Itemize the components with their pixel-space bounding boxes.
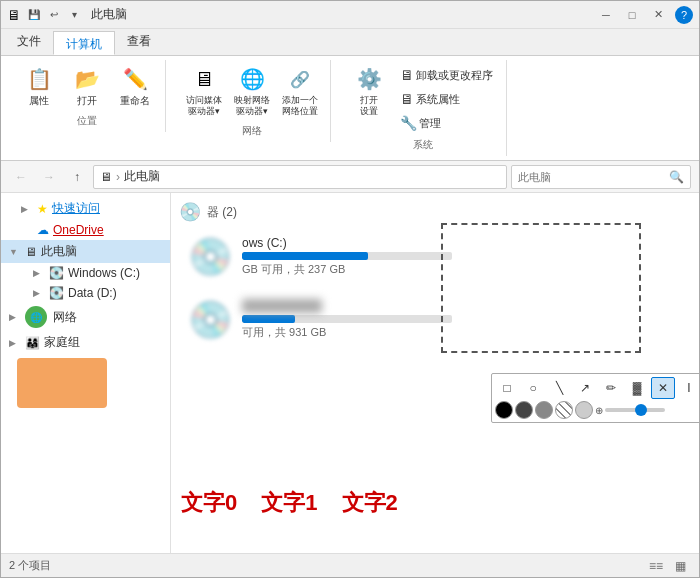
window-controls: ─ □ ✕ bbox=[593, 3, 671, 27]
address-bar[interactable]: 🖥 › 此电脑 bbox=[93, 165, 507, 189]
close-button[interactable]: ✕ bbox=[645, 3, 671, 27]
homegroup-placeholder bbox=[17, 358, 107, 408]
address-pc-icon: 🖥 bbox=[100, 170, 112, 184]
add-network-icon: 🔗 bbox=[284, 63, 316, 95]
datad-icon: 💽 bbox=[49, 286, 64, 300]
search-icon: 🔍 bbox=[669, 170, 684, 184]
drive-d-item[interactable]: 💿 可用，共 931 GB bbox=[179, 292, 459, 347]
manage-button[interactable]: 🔧 管理 bbox=[395, 112, 498, 134]
open-label: 打开 bbox=[77, 95, 97, 107]
back-button[interactable]: ← bbox=[9, 165, 33, 189]
color-black[interactable] bbox=[495, 401, 513, 419]
color-hatch[interactable] bbox=[555, 401, 573, 419]
view-details-button[interactable]: ≡≡ bbox=[645, 557, 667, 575]
map-drive-button[interactable]: 🌐 映射网络驱动器▾ bbox=[230, 60, 274, 120]
drive-c-name: ows (C:) bbox=[242, 236, 452, 250]
quick-access-toolbar: 💾 ↩ ▾ bbox=[25, 6, 83, 24]
sidebar-item-network[interactable]: ▶ 🌐 网络 bbox=[1, 303, 170, 331]
system-props-button[interactable]: 🖥 系统属性 bbox=[395, 88, 498, 110]
add-network-button[interactable]: 🔗 添加一个网络位置 bbox=[278, 60, 322, 120]
homegroup-icon: 👨‍👩‍👧 bbox=[25, 336, 40, 350]
qa-undo-btn[interactable]: ↩ bbox=[45, 6, 63, 24]
sidebar-item-this-pc[interactable]: ▼ 🖥 此电脑 bbox=[1, 240, 170, 263]
drives-grid: 💿 ows (C:) GB 可用，共 237 GB 💿 bbox=[179, 229, 691, 347]
datad-label: Data (D:) bbox=[68, 286, 117, 300]
sidebar-item-onedrive[interactable]: ☁ OneDrive bbox=[1, 220, 170, 240]
ann-crop-btn[interactable]: ✕ bbox=[651, 377, 675, 399]
access-media-icon: 🖥 bbox=[188, 63, 220, 95]
drive-c-item[interactable]: 💿 ows (C:) GB 可用，共 237 GB bbox=[179, 229, 459, 284]
sidebar-item-homegroup[interactable]: ▶ 👨‍👩‍👧 家庭组 bbox=[1, 331, 170, 354]
settings-icon: ⚙️ bbox=[353, 63, 385, 95]
drive-c-info: ows (C:) GB 可用，共 237 GB bbox=[242, 236, 452, 277]
open-icon: 📂 bbox=[71, 63, 103, 95]
drive-c-icon: 💿 bbox=[186, 237, 234, 277]
thispc-label: 此电脑 bbox=[41, 243, 77, 260]
drives-header-label: 器 (2) bbox=[207, 204, 237, 221]
ribbon-group-network: 🖥 访问媒体驱动器▾ 🌐 映射网络驱动器▾ 🔗 添加一个网络位置 网络 bbox=[174, 60, 331, 142]
qa-dropdown-btn[interactable]: ▾ bbox=[65, 6, 83, 24]
network-group-label: 网络 bbox=[242, 124, 262, 138]
manage-label: 管理 bbox=[419, 116, 441, 131]
ann-line-btn[interactable]: ╲ bbox=[547, 377, 571, 399]
window: 🖥 💾 ↩ ▾ 此电脑 ─ □ ✕ ? 文件 计算机 查看 📋 bbox=[0, 0, 700, 578]
annotation-row-colors: ⊕ bbox=[495, 401, 699, 419]
drives-section-header: 💿 器 (2) bbox=[179, 201, 691, 223]
search-input[interactable] bbox=[518, 171, 665, 183]
color-gray[interactable] bbox=[535, 401, 553, 419]
ann-highlight-btn[interactable]: ▓ bbox=[625, 377, 649, 399]
size-icon: ⊕ bbox=[595, 405, 603, 416]
winc-expand-icon: ▶ bbox=[33, 268, 45, 278]
winc-icon: 💽 bbox=[49, 266, 64, 280]
ann-arrow-btn[interactable]: ↗ bbox=[573, 377, 597, 399]
rename-icon: ✏️ bbox=[119, 63, 151, 95]
ribbon-group-location: 📋 属性 📂 打开 ✏️ 重命名 位置 bbox=[9, 60, 166, 132]
search-box[interactable]: 🔍 bbox=[511, 165, 691, 189]
sidebar-item-windows-c[interactable]: ▶ 💽 Windows (C:) bbox=[1, 263, 170, 283]
uninstall-button[interactable]: 🖥 卸载或更改程序 bbox=[395, 64, 498, 86]
tab-computer[interactable]: 计算机 bbox=[53, 31, 115, 55]
window-title: 此电脑 bbox=[91, 6, 593, 23]
sidebar-item-quick-access[interactable]: ▶ ★ 快速访问 bbox=[1, 197, 170, 220]
ann-ellipse-btn[interactable]: ○ bbox=[521, 377, 545, 399]
color-light[interactable] bbox=[575, 401, 593, 419]
properties-button[interactable]: 📋 属性 bbox=[17, 60, 61, 110]
tab-file[interactable]: 文件 bbox=[5, 29, 53, 55]
drive-d-bar bbox=[242, 315, 295, 323]
ann-pen-btn[interactable]: ✏ bbox=[599, 377, 623, 399]
map-drive-icon: 🌐 bbox=[236, 63, 268, 95]
open-button[interactable]: 📂 打开 bbox=[65, 60, 109, 110]
open-settings-button[interactable]: ⚙️ 打开设置 bbox=[347, 60, 391, 120]
maximize-button[interactable]: □ bbox=[619, 3, 645, 27]
size-slider[interactable] bbox=[605, 408, 665, 412]
ribbon-group-system: ⚙️ 打开设置 🖥 卸载或更改程序 🖥 系统属性 bbox=[339, 60, 507, 156]
bottom-label-1: 文字1 bbox=[261, 488, 317, 518]
access-media-button[interactable]: 🖥 访问媒体驱动器▾ bbox=[182, 60, 226, 120]
tab-view[interactable]: 查看 bbox=[115, 29, 163, 55]
network-expand-icon: ▶ bbox=[9, 312, 21, 322]
properties-icon: 📋 bbox=[23, 63, 55, 95]
add-network-label: 添加一个网络位置 bbox=[282, 95, 318, 117]
main-content: ▶ ★ 快速访问 ☁ OneDrive ▼ 🖥 此电脑 ▶ 💽 Windows … bbox=[1, 193, 699, 553]
thispc-expand-icon: ▼ bbox=[9, 247, 21, 257]
nav-bar: ← → ↑ 🖥 › 此电脑 🔍 bbox=[1, 161, 699, 193]
minimize-button[interactable]: ─ bbox=[593, 3, 619, 27]
uninstall-icon: 🖥 bbox=[400, 67, 414, 83]
sidebar-item-data-d[interactable]: ▶ 💽 Data (D:) bbox=[1, 283, 170, 303]
qa-save-btn[interactable]: 💾 bbox=[25, 6, 43, 24]
network-label: 网络 bbox=[53, 309, 77, 326]
forward-button[interactable]: → bbox=[37, 165, 61, 189]
ann-rect-btn[interactable]: □ bbox=[495, 377, 519, 399]
winc-label: Windows (C:) bbox=[68, 266, 140, 280]
homegroup-label: 家庭组 bbox=[44, 334, 80, 351]
help-button[interactable]: ? bbox=[675, 6, 693, 24]
ann-text-btn[interactable]: I bbox=[677, 377, 699, 399]
rename-label: 重命名 bbox=[120, 95, 150, 107]
drive-d-name bbox=[242, 299, 322, 313]
drives-header-icon: 💿 bbox=[179, 201, 201, 223]
color-dark[interactable] bbox=[515, 401, 533, 419]
view-large-icons-button[interactable]: ▦ bbox=[669, 557, 691, 575]
up-button[interactable]: ↑ bbox=[65, 165, 89, 189]
rename-button[interactable]: ✏️ 重命名 bbox=[113, 60, 157, 110]
properties-label: 属性 bbox=[29, 95, 49, 107]
